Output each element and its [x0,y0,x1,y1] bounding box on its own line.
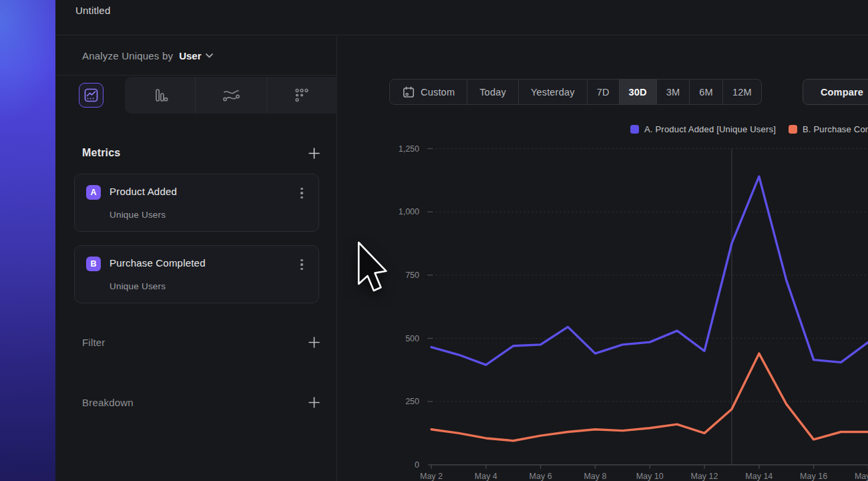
chart-panel: 02505007501,0001,250May 2May 4May 6May 8… [337,36,868,481]
legend-label: B. Purchase Completed [Unique Users] [803,124,868,134]
tab-flow[interactable] [195,77,266,114]
date-range-selector: CustomTodayYesterday7D30D3M6M12M [389,79,762,105]
range-button-custom[interactable]: Custom [390,79,467,104]
analyze-label: Analyze Uniques by [82,50,173,61]
range-button-7d[interactable]: 7D [587,79,619,104]
chevron-down-icon [206,53,213,58]
svg-text:May 10: May 10 [636,472,664,481]
add-metric-button[interactable] [306,146,321,160]
metric-badge-b: B [86,257,101,271]
plus-icon [308,147,320,160]
query-builder-panel: Analyze Uniques by User [55,36,337,481]
tab-retention[interactable] [266,77,337,114]
chart-legend: A. Product Added [Unique Users]B. Purcha… [630,124,868,134]
legend-swatch [630,125,639,134]
svg-text:May 12: May 12 [691,472,718,481]
svg-text:750: 750 [405,271,419,280]
svg-text:May 16: May 16 [800,472,827,481]
breakdown-section-header: Breakdown [55,390,337,414]
svg-text:1,250: 1,250 [399,144,419,154]
range-button-6m[interactable]: 6M [689,79,722,104]
range-button-today[interactable]: Today [467,79,518,104]
range-button-yesterday[interactable]: Yesterday [518,79,587,104]
metric-badge-a: A [86,185,101,200]
svg-text:0: 0 [415,460,419,470]
retention-grid-icon [293,87,310,104]
metrics-label: Metrics [82,147,120,159]
metric-title: Purchase Completed [110,257,206,269]
svg-text:250: 250 [405,397,419,406]
svg-text:500: 500 [405,334,419,343]
compare-button[interactable]: Compare [803,79,868,105]
legend-swatch [789,125,797,134]
metric-menu-button[interactable] [296,258,308,271]
range-button-3m[interactable]: 3M [656,79,690,104]
flow-icon [222,87,240,104]
app-window: { "window": { "title": "Untitled" }, "le… [0,0,868,481]
svg-text:May 4: May 4 [475,472,497,481]
metric-measure[interactable]: Unique Users [110,210,166,220]
plus-icon [308,336,320,349]
metrics-section-header: Metrics [55,141,337,165]
svg-text:1,000: 1,000 [399,207,419,216]
range-button-30d[interactable]: 30D [619,79,656,104]
filter-label: Filter [82,337,105,348]
bar-chart-icon [152,87,169,104]
analyze-by-dropdown[interactable]: User [179,50,212,61]
tab-bar-chart[interactable] [125,77,195,114]
svg-text:May 14: May 14 [745,472,773,481]
line-chart[interactable]: 02505007501,0001,250May 2May 4May 6May 8… [337,0,868,481]
svg-text:May 18: May 18 [855,472,868,481]
add-breakdown-button[interactable] [306,395,321,410]
legend-item[interactable]: A. Product Added [Unique Users] [630,124,776,134]
metric-title: Product Added [110,186,177,197]
line-chart-icon [84,88,98,102]
legend-label: A. Product Added [Unique Users] [644,124,776,134]
add-filter-button[interactable] [306,335,321,349]
report-title[interactable]: Untitled [75,5,110,16]
metric-card-a[interactable]: A Product Added Unique Users [74,174,319,232]
filter-section-header: Filter [55,330,337,354]
decorative-gradient-strip [0,0,55,481]
metric-menu-button[interactable] [296,186,308,200]
tab-line-chart[interactable] [79,83,103,108]
metric-measure[interactable]: Unique Users [110,281,166,291]
chart-type-tab-strip [125,77,337,114]
plus-icon [308,396,320,409]
svg-text:May 8: May 8 [584,472,606,481]
legend-item[interactable]: B. Purchase Completed [Unique Users] [789,124,868,134]
analyze-header: Analyze Uniques by User [55,36,337,75]
svg-text:May 6: May 6 [529,472,552,481]
svg-text:May 2: May 2 [420,472,443,481]
mouse-cursor [357,241,388,293]
breakdown-label: Breakdown [82,397,134,408]
metric-card-b[interactable]: B Purchase Completed Unique Users [74,245,319,303]
calendar-icon [402,86,415,99]
range-button-12m[interactable]: 12M [722,79,761,104]
